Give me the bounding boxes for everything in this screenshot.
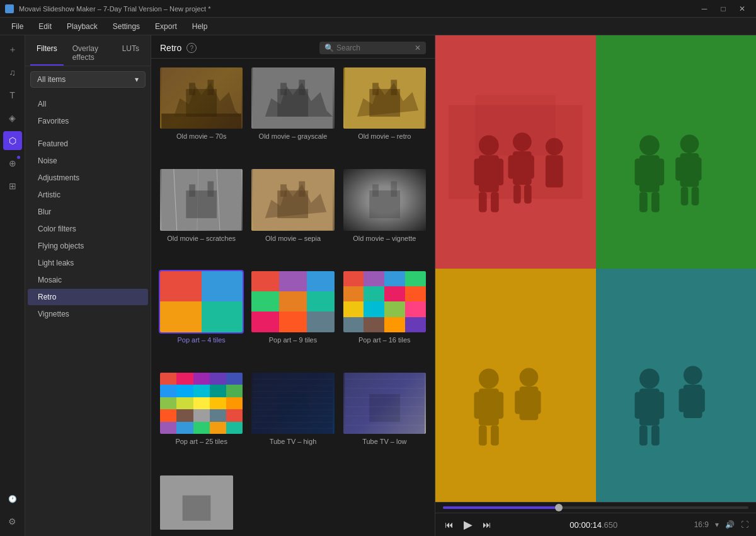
sidebar-item-mosaic[interactable]: Mosaic bbox=[28, 272, 148, 288]
filter-item-pop25[interactable]: Pop art – 25 tiles bbox=[159, 371, 244, 467]
filter-grid-extra bbox=[151, 474, 435, 536]
filter-label-vignette: Old movie – vignette bbox=[342, 235, 427, 242]
preview-cell-yellow bbox=[435, 269, 596, 502]
icon-bar: ＋ ♫ T ◈ ⬡ ⊕ ⊞ 🕐 ⚙ bbox=[0, 35, 25, 536]
menu-edit[interactable]: Edit bbox=[32, 20, 58, 33]
filter-thumb-sepia bbox=[250, 168, 335, 231]
skip-back-button[interactable]: ⏮ bbox=[443, 518, 455, 532]
filter-item-old-movie-70s[interactable]: Old movie – 70s bbox=[159, 66, 244, 161]
sidebar-item-featured[interactable]: Featured bbox=[28, 136, 148, 152]
timecode-fraction: .650 bbox=[602, 520, 617, 530]
filter-item-pop9[interactable]: Pop art – 9 tiles bbox=[250, 270, 335, 365]
svg-rect-94 bbox=[639, 426, 647, 446]
svg-rect-81 bbox=[474, 392, 484, 419]
sidebar-item-vignettes[interactable]: Vignettes bbox=[28, 306, 148, 322]
filter-label-pop9: Pop art – 9 tiles bbox=[250, 336, 335, 344]
category-dropdown[interactable]: All items ▾ bbox=[30, 71, 146, 88]
svg-rect-7 bbox=[280, 83, 287, 95]
svg-point-79 bbox=[479, 368, 499, 388]
search-input[interactable] bbox=[336, 44, 412, 52]
sidebar-item-flying-objects[interactable]: Flying objects bbox=[28, 238, 148, 254]
svg-rect-35 bbox=[253, 416, 333, 416]
settings-icon-btn[interactable]: ⚙ bbox=[3, 512, 22, 531]
minimize-button[interactable]: ─ bbox=[696, 3, 713, 15]
filter-item-vignette[interactable]: Old movie – vignette bbox=[342, 168, 427, 263]
search-clear-icon[interactable]: ✕ bbox=[415, 44, 421, 52]
sidebar-item-favorites[interactable]: Favorites bbox=[28, 113, 148, 129]
filter-label-grayscale: Old movie – grayscale bbox=[250, 132, 335, 140]
svg-rect-37 bbox=[253, 428, 333, 428]
help-icon[interactable]: ? bbox=[186, 43, 197, 53]
app-icon bbox=[5, 4, 14, 13]
sidebar-item-blur[interactable]: Blur bbox=[28, 204, 148, 220]
effects-icon-btn[interactable]: ⬡ bbox=[3, 131, 22, 150]
sidebar-item-artistic[interactable]: Artistic bbox=[28, 187, 148, 203]
menu-export[interactable]: Export bbox=[149, 20, 183, 33]
dropdown-button[interactable]: All items ▾ bbox=[30, 71, 146, 88]
filter-item-pop16[interactable]: Pop art – 16 tiles bbox=[342, 270, 427, 365]
preview-cell-pink bbox=[435, 35, 596, 269]
fullscreen-icon[interactable]: ⛶ bbox=[741, 520, 748, 529]
history-icon-btn[interactable]: 🕐 bbox=[3, 489, 22, 508]
filter-item-scratches[interactable]: Old movie – scratches bbox=[159, 168, 244, 263]
filter-item-sepia[interactable]: Old movie – sepia bbox=[250, 168, 335, 263]
svg-rect-95 bbox=[651, 426, 660, 446]
scrubber-thumb[interactable] bbox=[555, 504, 563, 511]
filter-thumb-scratches bbox=[159, 168, 244, 231]
tab-overlay-effects[interactable]: Overlay effects bbox=[66, 40, 113, 66]
svg-rect-74 bbox=[675, 157, 684, 180]
playback-controls: ⏮ ▶ ⏭ 00:00:14.650 16:9 ▾ 🔊 ⛶ bbox=[435, 513, 756, 536]
filter-thumb-vignette bbox=[342, 168, 427, 231]
svg-rect-40 bbox=[345, 378, 425, 379]
sidebar-item-color-filters[interactable]: Color filters bbox=[28, 221, 148, 237]
filter-item-more[interactable] bbox=[159, 474, 234, 531]
filter-label-pop16: Pop art – 16 tiles bbox=[342, 336, 427, 344]
play-button[interactable]: ▶ bbox=[462, 516, 474, 533]
filter-item-retro[interactable]: Old movie – retro bbox=[342, 66, 427, 161]
svg-rect-12 bbox=[391, 79, 397, 95]
sidebar-item-light-leaks[interactable]: Light leaks bbox=[28, 255, 148, 271]
add-button[interactable]: ＋ bbox=[3, 40, 22, 59]
menu-settings[interactable]: Settings bbox=[106, 20, 146, 33]
sidebar-item-all[interactable]: All bbox=[28, 96, 148, 112]
filter-label-retro: Old movie – retro bbox=[342, 132, 427, 140]
menu-playback[interactable]: Playback bbox=[60, 20, 104, 33]
sidebar-item-retro[interactable]: Retro bbox=[28, 289, 148, 305]
tab-filters[interactable]: Filters bbox=[30, 40, 64, 66]
sidebar-tab-group: Filters Overlay effects LUTs bbox=[25, 35, 151, 66]
music-icon-btn[interactable]: ♫ bbox=[3, 63, 22, 82]
skip-forward-button[interactable]: ⏭ bbox=[481, 518, 493, 532]
svg-rect-47 bbox=[183, 496, 211, 521]
tab-luts[interactable]: LUTs bbox=[116, 40, 146, 66]
text-icon-btn[interactable]: T bbox=[3, 86, 22, 105]
window-controls[interactable]: ─ □ ✕ bbox=[696, 3, 751, 15]
svg-rect-64 bbox=[476, 95, 556, 155]
timeline-scrubber[interactable] bbox=[443, 506, 748, 509]
svg-rect-84 bbox=[491, 426, 499, 446]
search-box[interactable]: 🔍 ✕ bbox=[319, 42, 426, 54]
transition-icon-btn[interactable]: ◈ bbox=[3, 108, 22, 127]
filter-panel-title: Retro bbox=[160, 43, 181, 53]
filter-item-tubetv-low[interactable]: Tube TV – low bbox=[342, 371, 427, 467]
filter-item-grayscale[interactable]: Old movie – grayscale bbox=[250, 66, 335, 161]
sidebar-item-adjustments[interactable]: Adjustments bbox=[28, 170, 148, 186]
menu-help[interactable]: Help bbox=[186, 20, 214, 33]
title-bar: Movavi Slideshow Maker – 7-Day Trial Ver… bbox=[0, 0, 756, 18]
svg-rect-68 bbox=[634, 159, 644, 185]
maximize-button[interactable]: □ bbox=[714, 3, 732, 15]
close-button[interactable]: ✕ bbox=[733, 3, 751, 15]
filter-thumb-pop4 bbox=[159, 270, 244, 334]
svg-rect-71 bbox=[651, 192, 660, 213]
menu-file[interactable]: File bbox=[5, 20, 30, 33]
svg-rect-88 bbox=[532, 390, 541, 414]
svg-point-72 bbox=[680, 134, 699, 153]
overlay-icon-btn[interactable]: ⊕ bbox=[3, 154, 22, 173]
svg-rect-93 bbox=[655, 392, 664, 419]
filter-item-pop4[interactable]: Pop art – 4 tiles bbox=[159, 270, 244, 365]
filter-item-tubetv-high[interactable]: Tube TV – high bbox=[250, 371, 335, 467]
luts-icon-btn[interactable]: ⊞ bbox=[3, 177, 22, 195]
svg-rect-65 bbox=[596, 85, 757, 219]
sidebar-item-noise[interactable]: Noise bbox=[28, 153, 148, 169]
filter-thumb-pop9 bbox=[250, 270, 335, 334]
filter-label-sepia: Old movie – sepia bbox=[250, 235, 335, 242]
